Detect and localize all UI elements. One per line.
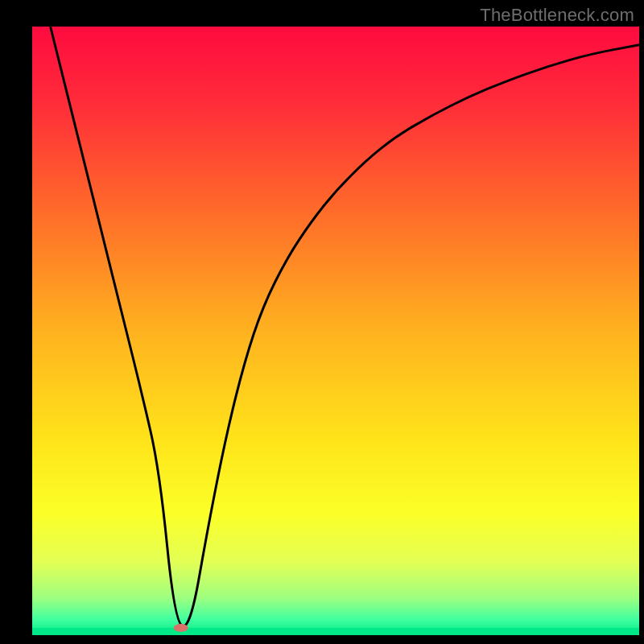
minimum-marker [174,624,188,632]
plot-background [32,27,639,635]
watermark-text: TheBottleneck.com [480,5,634,26]
green-bottom-band [32,628,639,635]
chart-frame: TheBottleneck.com [0,0,644,644]
bottleneck-chart [0,0,644,644]
